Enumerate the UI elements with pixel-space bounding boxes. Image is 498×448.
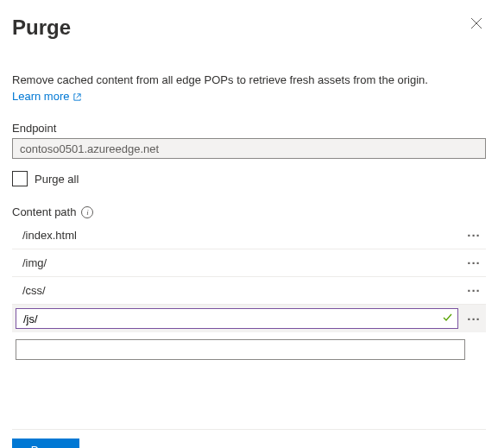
more-icon[interactable]: ··· (462, 312, 486, 326)
purge-all-label: Purge all (35, 173, 79, 186)
description-text: Remove cached content from all edge POPs… (12, 73, 486, 88)
path-row[interactable]: /css/ ··· (12, 277, 486, 305)
path-value: /css/ (12, 284, 462, 297)
purge-all-row: Purge all (12, 171, 486, 186)
learn-more-label: Learn more (12, 90, 69, 103)
panel-title: Purge (12, 16, 71, 40)
path-row[interactable]: /img/ ··· (12, 249, 486, 277)
checkmark-icon (442, 312, 453, 325)
more-icon[interactable]: ··· (462, 228, 486, 243)
path-value: /index.html (12, 229, 462, 242)
more-icon[interactable]: ··· (462, 283, 486, 298)
footer: Purge (12, 439, 486, 448)
path-input-active[interactable] (16, 308, 458, 329)
external-link-icon (72, 91, 82, 101)
learn-more-link[interactable]: Learn more (12, 90, 82, 103)
footer-divider (12, 429, 486, 430)
path-row[interactable]: /index.html ··· (12, 222, 486, 249)
path-value: /img/ (12, 256, 462, 269)
svg-line-2 (77, 94, 81, 98)
endpoint-input[interactable] (12, 138, 486, 159)
content-path-label-text: Content path (12, 205, 76, 218)
content-path-label: Content path i (12, 205, 486, 218)
more-icon[interactable]: ··· (462, 256, 486, 270)
purge-all-checkbox[interactable] (12, 171, 28, 186)
info-icon[interactable]: i (81, 206, 93, 218)
purge-button[interactable]: Purge (12, 439, 79, 448)
path-input-empty[interactable] (16, 339, 465, 360)
endpoint-label: Endpoint (12, 122, 486, 135)
path-row-empty (12, 336, 486, 363)
panel-header: Purge (12, 16, 486, 40)
content-path-list: /index.html ··· /img/ ··· /css/ ··· ··· (12, 222, 486, 363)
path-row-active: ··· (12, 305, 486, 332)
close-icon[interactable] (467, 16, 486, 34)
